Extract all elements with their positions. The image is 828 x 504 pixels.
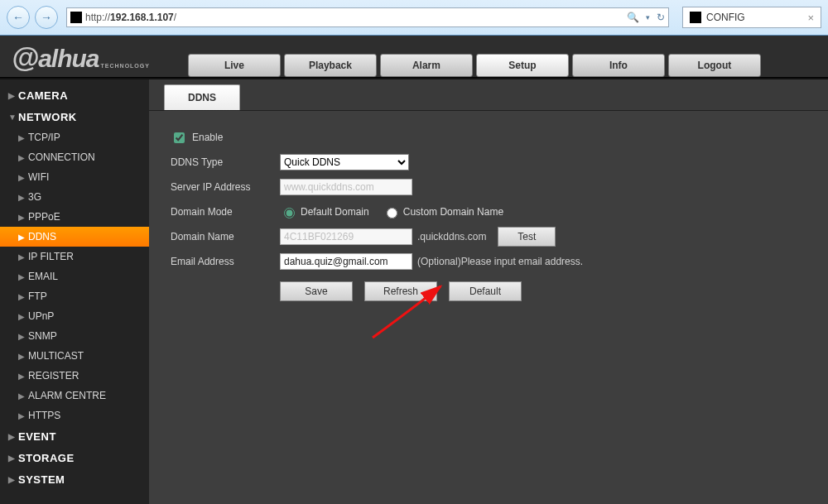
sidebar-group-camera[interactable]: ▶CAMERA [0,84,149,106]
chevron-right-icon: ▶ [8,432,18,441]
sidebar-item-register[interactable]: ▶REGISTER [0,366,149,386]
chevron-right-icon: ▶ [18,133,28,142]
sidebar-group-event[interactable]: ▶EVENT [0,425,149,447]
sidebar-item-ftp[interactable]: ▶FTP [0,286,149,306]
chevron-right-icon: ▶ [18,252,28,262]
sidebar-group-network[interactable]: ▼NETWORK [0,106,149,127]
dropdown-icon[interactable]: ▾ [646,13,650,22]
enable-label-text: Enable [192,132,223,143]
ddns-type-select[interactable]: Quick DDNS [280,154,409,170]
panel-tab-ddns[interactable]: DDNS [164,84,240,110]
server-ip-input [280,179,412,195]
sidebar-item-https[interactable]: ▶HTTPS [0,406,149,425]
domain-mode-radio-label: Default Domain [301,206,369,218]
save-button[interactable]: Save [280,281,353,301]
chevron-right-icon: ▶ [18,153,28,162]
nav-forward-button[interactable]: → [35,6,58,29]
domain-mode-option-1[interactable]: Custom Domain Name [383,205,503,218]
sidebar-item-multicast[interactable]: ▶MULTICAST [0,346,149,366]
sidebar-item-ddns[interactable]: ▶DDNS [0,227,149,247]
row-enable: Enable [171,126,828,149]
main-tab-playback[interactable]: Playback [284,54,377,77]
sidebar: ▶CAMERA▼NETWORK▶TCP/IP▶CONNECTION▶WIFI▶3… [0,79,149,504]
sidebar-item-connection[interactable]: ▶CONNECTION [0,147,149,167]
refresh-button[interactable]: Refresh [364,281,437,301]
chevron-down-icon: ▼ [8,113,18,122]
row-domain-name: Domain Name .quickddns.com Test [171,225,828,248]
chevron-right-icon: ▶ [18,411,28,420]
top-bar: @alhuaTECHNOLOGY LivePlaybackAlarmSetupI… [0,36,828,77]
sidebar-item-email[interactable]: ▶EMAIL [0,266,149,286]
chevron-right-icon: ▶ [18,233,28,242]
app-shell: VIDIMOST @alhuaTECHNOLOGY LivePlaybackAl… [0,36,828,504]
tab-title: CONFIG [706,12,745,23]
nav-back-button[interactable]: ← [7,6,30,29]
chevron-right-icon: ▶ [8,91,18,100]
chevron-right-icon: ▶ [18,391,28,401]
sidebar-item-alarm-centre[interactable]: ▶ALARM CENTRE [0,386,149,406]
row-ddns-type: DDNS Type Quick DDNS [171,151,828,174]
sidebar-item-ip-filter[interactable]: ▶IP FILTER [0,247,149,266]
brand-logo: @alhuaTECHNOLOGY [12,41,150,74]
row-server-ip: Server IP Address [171,175,828,199]
sidebar-item-pppoe[interactable]: ▶PPPoE [0,207,149,227]
page-favicon [70,12,82,23]
sidebar-item-upnp[interactable]: ▶UPnP [0,306,149,326]
sidebar-group-system[interactable]: ▶SYSTEM [0,468,149,490]
main-tab-alarm[interactable]: Alarm [380,54,473,77]
domain-name-suffix: .quickddns.com [417,231,486,242]
content-area: DDNS Enable DDNS Type Quick DDNS Serv [149,79,828,504]
chevron-right-icon: ▶ [18,312,28,321]
chevron-right-icon: ▶ [18,332,28,341]
domain-mode-radio-label: Custom Domain Name [403,206,503,218]
domain-mode-radio-1[interactable] [387,208,397,218]
main-tab-info[interactable]: Info [572,54,665,77]
default-button[interactable]: Default [449,281,522,301]
panel-body: Enable DDNS Type Quick DDNS Server IP Ad… [149,110,828,504]
address-text: http://192.168.1.107/ [85,12,623,23]
browser-chrome: ← → http://192.168.1.107/ 🔍 ▾ ↻ CONFIG × [0,0,828,36]
enable-checkbox-label[interactable]: Enable [171,130,223,146]
search-icon[interactable]: 🔍 [627,12,639,23]
email-label: Email Address [171,256,280,267]
main-tabs: LivePlaybackAlarmSetupInfoLogout [188,54,820,77]
chevron-right-icon: ▶ [18,213,28,222]
chevron-right-icon: ▶ [18,193,28,202]
chevron-right-icon: ▶ [18,372,28,381]
ddns-type-label: DDNS Type [171,156,280,168]
domain-name-label: Domain Name [171,231,280,242]
chevron-right-icon: ▶ [18,272,28,281]
domain-name-input [280,228,412,245]
email-hint: (Optional)Please input email address. [417,256,583,267]
chevron-right-icon: ▶ [8,475,18,484]
sidebar-item-3g[interactable]: ▶3G [0,187,149,207]
panel-tabs: DDNS [164,84,828,110]
action-button-row: Save Refresh Default [280,281,828,301]
sidebar-item-snmp[interactable]: ▶SNMP [0,326,149,346]
email-input[interactable] [280,253,412,270]
test-button[interactable]: Test [498,227,556,247]
chevron-right-icon: ▶ [18,173,28,182]
main-tab-setup[interactable]: Setup [476,54,569,77]
row-email: Email Address (Optional)Please input ema… [171,250,828,273]
address-bar[interactable]: http://192.168.1.107/ 🔍 ▾ ↻ [66,7,669,27]
chevron-right-icon: ▶ [8,454,18,463]
sidebar-item-wifi[interactable]: ▶WIFI [0,167,149,187]
row-domain-mode: Domain Mode Default DomainCustom Domain … [171,200,828,223]
domain-mode-label: Domain Mode [171,206,280,218]
browser-tab-bar: CONFIG × [682,7,821,28]
enable-checkbox[interactable] [174,132,185,143]
chevron-right-icon: ▶ [18,352,28,361]
domain-mode-radio-group: Default DomainCustom Domain Name [280,205,503,218]
tab-close-icon[interactable]: × [807,12,814,24]
browser-tab-config[interactable]: CONFIG × [682,7,821,28]
server-ip-label: Server IP Address [171,181,280,193]
domain-mode-option-0[interactable]: Default Domain [280,205,369,218]
main-tab-live[interactable]: Live [188,54,281,77]
refresh-icon[interactable]: ↻ [657,12,665,23]
sidebar-group-storage[interactable]: ▶STORAGE [0,447,149,468]
chevron-right-icon: ▶ [18,292,28,301]
sidebar-item-tcp-ip[interactable]: ▶TCP/IP [0,127,149,147]
main-tab-logout[interactable]: Logout [668,54,761,77]
domain-mode-radio-0[interactable] [284,208,295,218]
